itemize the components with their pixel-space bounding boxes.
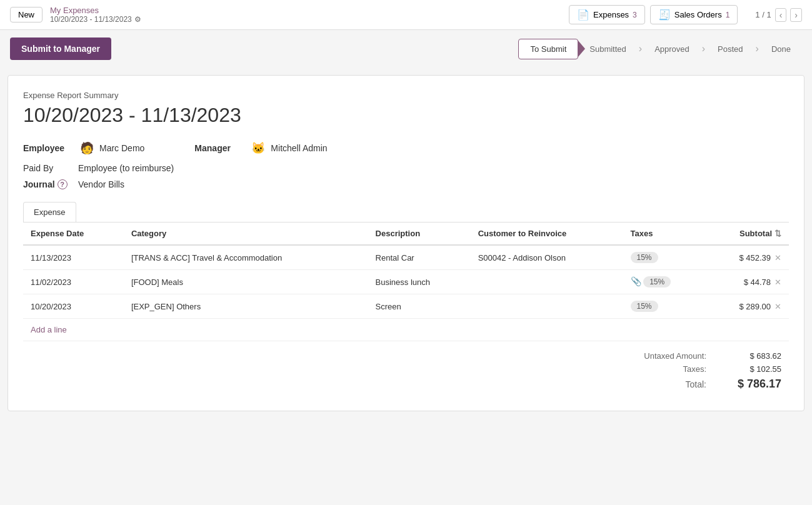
employee-row: Employee 🧑 Marc Demo xyxy=(23,139,144,157)
delete-row-icon[interactable]: ✕ xyxy=(774,253,781,262)
employee-value: 🧑 Marc Demo xyxy=(78,139,144,157)
status-arrow-3: › xyxy=(756,43,759,54)
total-value: $ 786.17 xyxy=(731,378,781,391)
breadcrumb-sub: 10/20/2023 - 11/13/2023 ⚙ xyxy=(50,15,141,24)
pagination: 1 / 1 ‹ › xyxy=(755,8,802,22)
cell-description: Business lunch xyxy=(368,270,471,294)
manager-value: 🐱 Mitchell Admin xyxy=(249,139,327,157)
action-bar: Submit to Manager To SubmitSubmitted›App… xyxy=(0,30,812,68)
breadcrumb-date: 10/20/2023 - 11/13/2023 xyxy=(50,15,132,24)
table-row: 11/13/2023[TRANS & ACC] Travel & Accommo… xyxy=(23,245,789,270)
nav-docs: 📄 Expenses 3 🧾 Sales Orders 1 xyxy=(569,5,738,24)
new-button[interactable]: New xyxy=(10,7,43,22)
cell-description: Rental Car xyxy=(368,245,471,270)
status-step-done[interactable]: Done xyxy=(760,39,802,59)
cell-category: [FOOD] Meals xyxy=(124,270,368,294)
cell-taxes: 15% xyxy=(623,294,705,319)
paid-by-row: Paid By Employee (to reimburse) xyxy=(23,163,789,173)
cell-subtotal: $ 452.39✕ xyxy=(704,245,789,270)
main-content: Expense Report Summary 10/20/2023 - 11/1… xyxy=(8,75,804,411)
reorder-icon[interactable]: ⇅ xyxy=(774,229,781,238)
expenses-doc-label: Expenses xyxy=(593,10,629,19)
top-bar: New My Expenses 10/20/2023 - 11/13/2023 … xyxy=(0,0,812,30)
tab-expense[interactable]: Expense xyxy=(23,202,76,222)
gear-icon[interactable]: ⚙ xyxy=(134,15,141,24)
breadcrumb-link[interactable]: My Expenses xyxy=(50,6,141,15)
expenses-doc-button[interactable]: 📄 Expenses 3 xyxy=(569,5,645,24)
th-subtotal-text: Subtotal xyxy=(739,229,772,238)
manager-label: Manager xyxy=(194,143,244,153)
expense-table: Expense Date Category Description Custom… xyxy=(23,222,789,319)
th-taxes: Taxes xyxy=(623,222,705,245)
status-bar: To SubmitSubmitted›Approved›Posted›Done xyxy=(518,39,802,59)
total-label: Total: xyxy=(619,379,706,389)
cell-taxes: 📎 15% xyxy=(623,270,705,294)
cell-expense-date: 10/20/2023 xyxy=(23,294,124,319)
table-header-row: Expense Date Category Description Custom… xyxy=(23,222,789,245)
cell-expense-date: 11/13/2023 xyxy=(23,245,124,270)
journal-help-icon[interactable]: ? xyxy=(58,179,68,189)
delete-row-icon[interactable]: ✕ xyxy=(774,278,781,287)
status-step-to-submit[interactable]: To Submit xyxy=(518,39,578,59)
expenses-doc-count: 3 xyxy=(633,11,637,19)
manager-name: Mitchell Admin xyxy=(271,143,327,153)
journal-row: Journal ? Vendor Bills xyxy=(23,179,789,189)
taxes-label: Taxes: xyxy=(619,364,706,374)
journal-label-text: Journal xyxy=(23,179,55,189)
totals-section: Untaxed Amount: $ 683.62 Taxes: $ 102.55… xyxy=(23,341,789,396)
table-row: 11/02/2023[FOOD] MealsBusiness lunch📎 15… xyxy=(23,270,789,294)
cell-customer: S00042 - Addison Olson xyxy=(471,245,623,270)
report-summary-label: Expense Report Summary xyxy=(23,91,789,100)
pagination-next-button[interactable]: › xyxy=(790,8,802,22)
cell-category: [EXP_GEN] Others xyxy=(124,294,368,319)
delete-row-icon[interactable]: ✕ xyxy=(774,302,781,311)
status-step-posted[interactable]: Posted xyxy=(706,39,754,59)
employee-avatar: 🧑 xyxy=(78,139,96,157)
breadcrumb: My Expenses 10/20/2023 - 11/13/2023 ⚙ xyxy=(50,6,141,24)
grand-total-row: Total: $ 786.17 xyxy=(619,378,781,391)
cell-description: Screen xyxy=(368,294,471,319)
paid-by-label: Paid By xyxy=(23,163,73,173)
submit-to-manager-button[interactable]: Submit to Manager xyxy=(10,38,111,60)
status-step-approved[interactable]: Approved xyxy=(643,39,701,59)
untaxed-amount-value: $ 683.62 xyxy=(731,351,781,361)
cell-customer xyxy=(471,294,623,319)
expenses-doc-icon: 📄 xyxy=(577,9,589,21)
taxes-row: Taxes: $ 102.55 xyxy=(619,364,781,374)
journal-value: Vendor Bills xyxy=(78,179,124,189)
th-expense-date: Expense Date xyxy=(23,222,124,245)
sales-orders-doc-count: 1 xyxy=(726,11,730,19)
sales-orders-doc-icon: 🧾 xyxy=(658,9,671,21)
cell-subtotal: $ 289.00✕ xyxy=(704,294,789,319)
tax-badge: 15% xyxy=(631,252,658,263)
employee-label: Employee xyxy=(23,143,73,153)
add-line-button[interactable]: Add a line xyxy=(23,319,74,341)
report-date-range: 10/20/2023 - 11/13/2023 xyxy=(23,104,789,127)
cell-subtotal: $ 44.78✕ xyxy=(704,270,789,294)
untaxed-amount-label: Untaxed Amount: xyxy=(619,351,706,361)
th-description: Description xyxy=(368,222,471,245)
taxes-value: $ 102.55 xyxy=(731,364,781,374)
pagination-text: 1 / 1 xyxy=(755,10,771,19)
manager-row: Manager 🐱 Mitchell Admin xyxy=(194,139,327,157)
manager-avatar: 🐱 xyxy=(249,139,267,157)
sales-orders-doc-button[interactable]: 🧾 Sales Orders 1 xyxy=(650,5,738,24)
status-arrow-2: › xyxy=(702,43,705,54)
pagination-prev-button[interactable]: ‹ xyxy=(775,8,787,22)
sales-orders-doc-label: Sales Orders xyxy=(674,10,722,19)
status-step-submitted[interactable]: Submitted xyxy=(578,39,638,59)
cell-expense-date: 11/02/2023 xyxy=(23,270,124,294)
th-customer: Customer to Reinvoice xyxy=(471,222,623,245)
table-row: 10/20/2023[EXP_GEN] OthersScreen15%$ 289… xyxy=(23,294,789,319)
attachment-icon[interactable]: 📎 xyxy=(631,276,641,286)
tabs: Expense xyxy=(23,202,789,222)
tax-badge: 15% xyxy=(643,276,671,288)
untaxed-amount-row: Untaxed Amount: $ 683.62 xyxy=(619,351,781,361)
th-subtotal: Subtotal ⇅ xyxy=(704,222,789,245)
paid-by-value: Employee (to reimburse) xyxy=(78,163,174,173)
status-arrow-1: › xyxy=(639,43,642,54)
employee-name: Marc Demo xyxy=(99,143,144,153)
tax-badge: 15% xyxy=(631,301,658,312)
th-category: Category xyxy=(124,222,368,245)
cell-customer xyxy=(471,270,623,294)
